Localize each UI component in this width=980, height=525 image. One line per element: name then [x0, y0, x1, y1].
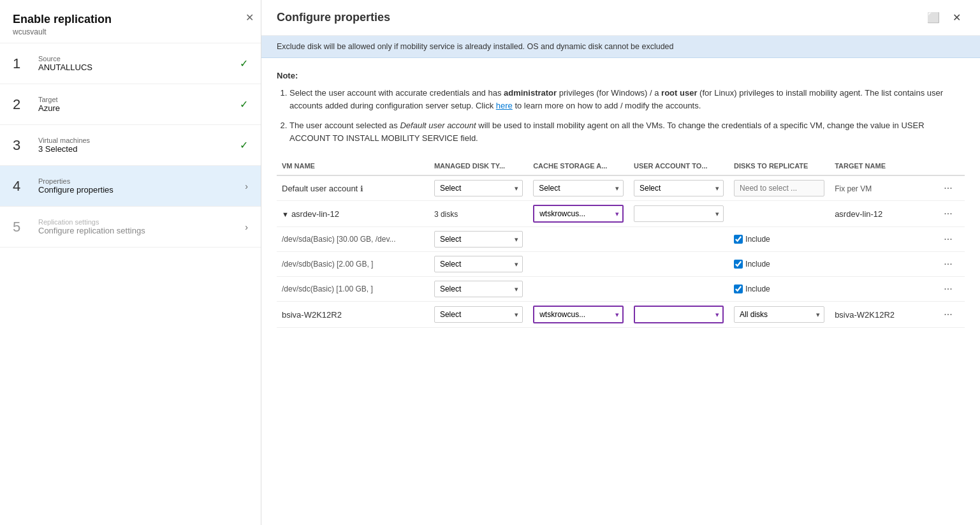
sda-include-cell: Include	[729, 227, 830, 252]
sdc-managed-select[interactable]: Select	[434, 281, 523, 297]
asrdev-user-select[interactable]	[634, 205, 724, 222]
sdc-managed-select-wrapper[interactable]: Select	[434, 281, 523, 297]
asrdev-cache-select[interactable]: wtskrowcus...	[533, 205, 624, 223]
step-4[interactable]: 4 Properties Configure properties ›	[0, 166, 261, 207]
bsiva-managed-select-wrapper[interactable]: Select	[434, 306, 523, 323]
right-panel: Configure properties ⬜ ✕ Exclude disk wi…	[261, 0, 980, 525]
sda-include-checkbox[interactable]	[734, 235, 743, 244]
sda-managed-select[interactable]: Select	[434, 231, 523, 248]
asrdev-user-select-wrapper[interactable]	[634, 205, 724, 222]
asrdev-more-button[interactable]: ···	[941, 207, 954, 221]
step-4-value: Configure properties	[38, 185, 245, 195]
bsiva-all-disks-cell: All disks	[729, 302, 830, 328]
default-more-cell: ···	[936, 175, 965, 201]
note-section: Note: Select the user account with accur…	[277, 71, 965, 144]
sdb-include-label: Include	[745, 260, 770, 269]
sdc-disk-name: /dev/sdc(Basic) [1.00 GB, ]	[277, 277, 429, 302]
maximize-button[interactable]: ⬜	[923, 10, 944, 25]
sdb-include-cell: Include	[729, 252, 830, 277]
sda-managed-select-wrapper[interactable]: Select	[434, 231, 523, 248]
sdb-include-wrapper: Include	[734, 260, 824, 269]
asrdev-target-name-cell: asrdev-lin-12	[830, 201, 936, 227]
sdc-include-cell: Include	[729, 277, 830, 302]
default-cache-storage-select[interactable]: Select	[533, 180, 624, 196]
default-need-select-input[interactable]	[734, 180, 824, 196]
step-1-title: Source	[38, 55, 240, 63]
header-buttons: ⬜ ✕	[923, 10, 965, 25]
expand-icon: ▼	[282, 211, 289, 218]
table-row-sda: /dev/sda(Basic) [30.00 GB, /dev... Selec…	[277, 227, 965, 252]
step-3-number: 3	[13, 137, 32, 154]
bsiva-user-select-wrapper[interactable]	[634, 306, 724, 323]
bsiva-user-select[interactable]	[634, 306, 724, 323]
sdc-more-button[interactable]: ···	[941, 282, 954, 296]
bsiva-target-name-cell: bsiva-W2K12R2	[830, 302, 936, 328]
bsiva-more-button[interactable]: ···	[941, 307, 954, 322]
sda-include-label: Include	[745, 235, 770, 244]
step-3-title: Virtual machines	[38, 137, 240, 144]
table-row-asrdev: ▼asrdev-lin-12 3 disks wtskrowcus...	[277, 201, 965, 227]
default-managed-disk-cell: Select	[429, 175, 528, 201]
bsiva-cache-select[interactable]: wtskrowcus...	[533, 306, 624, 323]
sdc-include-label: Include	[745, 285, 770, 293]
sdb-managed-select[interactable]: Select	[434, 256, 523, 272]
table-row-bsiva: bsiva-W2K12R2 Select wtskrowcus...	[277, 302, 965, 328]
default-user-account-select-wrapper[interactable]: Select	[634, 180, 724, 196]
step-5-info: Replication settings Configure replicati…	[38, 218, 245, 235]
sdc-include-checkbox[interactable]	[734, 285, 743, 293]
step-2-number: 2	[13, 96, 32, 113]
step-1[interactable]: 1 Source ANUTALLUCS ✓	[0, 43, 261, 84]
step-4-arrow-icon: ›	[245, 181, 248, 191]
bsiva-managed-select[interactable]: Select	[434, 306, 523, 323]
step-3[interactable]: 3 Virtual machines 3 Selected ✓	[0, 125, 261, 166]
left-panel-subtitle: wcusvault	[13, 27, 248, 36]
default-managed-disk-select-wrapper[interactable]: Select	[434, 180, 523, 196]
default-cache-storage-select-wrapper[interactable]: Select	[533, 180, 624, 196]
sda-more-cell: ···	[936, 227, 965, 252]
bsiva-cache-select-wrapper[interactable]: wtskrowcus...	[533, 306, 624, 323]
step-5-title: Replication settings	[38, 218, 245, 226]
right-close-button[interactable]: ✕	[949, 10, 965, 25]
here-link[interactable]: here	[496, 101, 513, 110]
sda-include-wrapper: Include	[734, 235, 824, 244]
asrdev-user-account-cell	[629, 201, 729, 227]
info-banner: Exclude disk will be allowed only if mob…	[261, 36, 980, 58]
table-row-default: Default user account ℹ Select Select	[277, 175, 965, 201]
asrdev-vm-name: ▼asrdev-lin-12	[277, 201, 429, 227]
asrdev-disks-cell	[729, 201, 830, 227]
col-header-vm-name: VM NAME	[277, 157, 429, 175]
sdb-more-button[interactable]: ···	[941, 257, 954, 271]
asrdev-more-cell: ···	[936, 201, 965, 227]
bsiva-disks-select-wrapper[interactable]: All disks	[734, 306, 824, 323]
default-managed-disk-select[interactable]: Select	[434, 180, 523, 196]
left-panel: Enable replication wcusvault ✕ 1 Source …	[0, 0, 261, 525]
step-2-check-icon: ✓	[240, 98, 248, 110]
sdb-include-checkbox[interactable]	[734, 260, 743, 269]
step-5[interactable]: 5 Replication settings Configure replica…	[0, 207, 261, 248]
step-2[interactable]: 2 Target Azure ✓	[0, 84, 261, 125]
col-header-user-account: USER ACCOUNT TO...	[629, 157, 729, 175]
sdb-disk-name: /dev/sdb(Basic) [2.00 GB, ]	[277, 252, 429, 277]
sda-managed-disk-cell: Select	[429, 227, 528, 252]
asrdev-cache-select-wrapper[interactable]: wtskrowcus...	[533, 205, 624, 223]
col-header-target: TARGET NAME	[830, 157, 936, 175]
sda-user-cell	[629, 227, 729, 252]
bsiva-disks-select[interactable]: All disks	[734, 306, 824, 323]
bsiva-managed-disk-cell: Select	[429, 302, 528, 328]
bsiva-cache-storage-cell: wtskrowcus...	[528, 302, 629, 328]
left-close-button[interactable]: ✕	[245, 11, 254, 24]
sdb-managed-select-wrapper[interactable]: Select	[434, 256, 523, 272]
note-title: Note:	[277, 71, 965, 80]
sda-more-button[interactable]: ···	[941, 232, 954, 246]
bold-administrator: administrator	[504, 88, 557, 98]
sdb-managed-disk-cell: Select	[429, 252, 528, 277]
step-5-arrow-icon: ›	[245, 222, 248, 232]
step-4-number: 4	[13, 178, 32, 195]
step-3-value: 3 Selected	[38, 144, 240, 154]
sdb-target-cell	[830, 252, 936, 277]
default-user-account-select[interactable]: Select	[634, 180, 724, 196]
right-panel-title: Configure properties	[277, 11, 923, 24]
step-4-info: Properties Configure properties	[38, 177, 245, 195]
default-more-button[interactable]: ···	[941, 181, 954, 195]
col-header-disks: DISKS TO REPLICATE	[729, 157, 830, 175]
